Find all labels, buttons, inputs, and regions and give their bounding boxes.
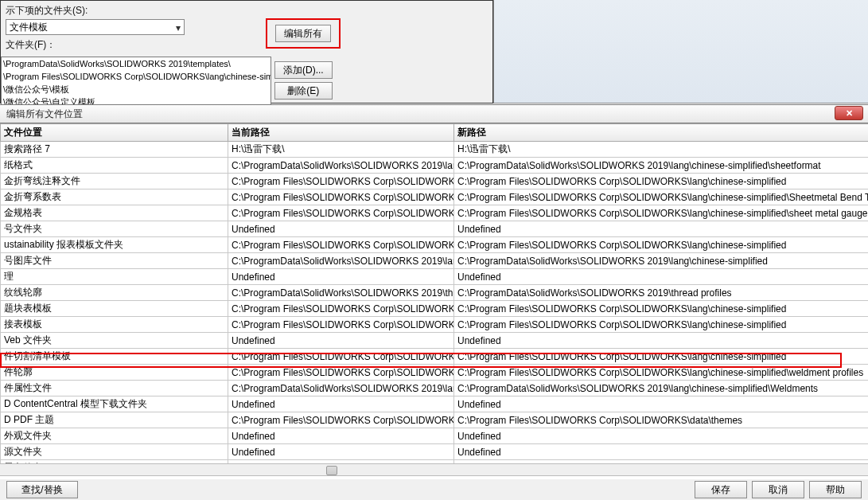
table-row[interactable]: 搜索路径 7H:\迅雷下载\H:\迅雷下载\ [1,142,869,158]
cell-file-location[interactable]: 纹线轮廓 [1,285,228,301]
dialog-title-text: 编辑所有文件位置 [6,107,83,121]
table-row[interactable]: 题块表模板C:\Program Files\SOLIDWORKS Corp\SO… [1,301,869,317]
folder-type-dropdown[interactable]: 文件模板 [6,19,185,35]
cell-file-location[interactable]: 金折弯线注释文件 [1,174,228,189]
cell-file-location[interactable]: 件属性文件 [1,381,228,396]
cell-new-path[interactable]: C:\Program Files\SOLIDWORKS Corp\SOLIDWO… [454,301,869,317]
cell-file-location[interactable]: D ContentCentral 模型下载文件夹 [1,396,228,412]
table-row[interactable]: 源文件夹UndefinedUndefined [1,444,869,460]
cell-new-path[interactable]: C:\Program Files\SOLIDWORKS Corp\SOLIDWO… [454,174,869,189]
cell-new-path[interactable]: Undefined [454,396,869,412]
table-row[interactable]: 件轮廓C:\Program Files\SOLIDWORKS Corp\SOLI… [1,365,869,381]
cell-file-location[interactable]: 号文件夹 [1,221,228,237]
cell-new-path[interactable]: C:\Program Files\SOLIDWORKS Corp\SOLIDWO… [454,365,869,381]
cell-new-path[interactable]: H:\迅雷下载\ [454,142,869,158]
cell-new-path[interactable]: C:\Program Files\SOLIDWORKS Corp\SOLIDWO… [454,317,869,333]
cell-new-path[interactable]: C:\ProgramData\SolidWorks\SOLIDWORKS 201… [454,285,869,301]
cell-current-path[interactable]: C:\Program Files\SOLIDWORKS Corp\SOLIDWO… [228,365,454,381]
cell-new-path[interactable]: Undefined [454,444,869,460]
cell-file-location[interactable]: D PDF 主题 [1,412,228,428]
table-row[interactable]: 件切割清单模板C:\Program Files\SOLIDWORKS Corp\… [1,349,869,365]
add-button[interactable]: 添加(D)... [274,61,333,79]
cell-current-path[interactable]: H:\迅雷下载\ [228,142,454,158]
cell-current-path[interactable]: Undefined [228,221,454,237]
cell-new-path[interactable]: Undefined [454,428,869,444]
table-row[interactable]: 件属性文件C:\ProgramData\SolidWorks\SOLIDWORK… [1,381,869,396]
table-row[interactable]: 号文件夹UndefinedUndefined [1,221,869,237]
cell-current-path[interactable]: Undefined [228,396,454,412]
cell-file-location[interactable]: 金规格表 [1,205,228,221]
cell-current-path[interactable]: C:\ProgramData\SolidWorks\SOLIDWORKS 201… [228,253,454,269]
cell-file-location[interactable]: 题块表模板 [1,301,228,317]
cell-new-path[interactable]: C:\Program Files\SOLIDWORKS Corp\SOLIDWO… [454,205,869,221]
cell-current-path[interactable]: C:\ProgramData\SolidWorks\SOLIDWORKS 201… [228,285,454,301]
cell-file-location[interactable]: 号图库文件 [1,253,228,269]
table-row[interactable]: 号图库文件C:\ProgramData\SolidWorks\SOLIDWORK… [1,253,869,269]
table-row[interactable]: D ContentCentral 模型下载文件夹UndefinedUndefin… [1,396,869,412]
cell-current-path[interactable]: C:\Program Files\SOLIDWORKS Corp\SOLIDWO… [228,189,454,205]
folder-path[interactable]: \ProgramData\SolidWorks\SOLIDWORKS 2019\… [3,57,269,70]
cell-file-location[interactable]: 接表模板 [1,317,228,333]
cell-file-location[interactable]: 理 [1,269,228,285]
cell-new-path[interactable]: C:\Program Files\SOLIDWORKS Corp\SOLIDWO… [454,237,869,253]
table-row[interactable]: 金规格表C:\Program Files\SOLIDWORKS Corp\SOL… [1,205,869,221]
cell-current-path[interactable]: C:\Program Files\SOLIDWORKS Corp\SOLIDWO… [228,317,454,333]
cell-current-path[interactable]: Undefined [228,333,454,349]
table-row[interactable]: 外观文件夹UndefinedUndefined [1,428,869,444]
close-icon[interactable]: ✕ [835,106,863,120]
table-row[interactable]: 金折弯线注释文件C:\Program Files\SOLIDWORKS Corp… [1,174,869,189]
cell-new-path[interactable]: Undefined [454,333,869,349]
cell-current-path[interactable]: C:\Program Files\SOLIDWORKS Corp\SOLIDWO… [228,349,454,365]
cell-new-path[interactable]: C:\ProgramData\SolidWorks\SOLIDWORKS 201… [454,381,869,396]
edit-all-button[interactable]: 编辑所有 [275,25,331,42]
table-row[interactable]: 纸格式C:\ProgramData\SolidWorks\SOLIDWORKS … [1,158,869,174]
cell-file-location[interactable]: 件轮廓 [1,365,228,381]
cell-new-path[interactable]: Undefined [454,269,869,285]
cell-new-path[interactable]: C:\Program Files\SOLIDWORKS Corp\SOLIDWO… [454,189,869,205]
cell-current-path[interactable]: C:\ProgramData\SolidWorks\SOLIDWORKS 201… [228,158,454,174]
cell-current-path[interactable]: Undefined [228,444,454,460]
cell-new-path[interactable]: Undefined [454,221,869,237]
table-row[interactable]: ustainability 报表模板文件夹C:\Program Files\SO… [1,237,869,253]
cell-new-path[interactable]: C:\Program Files\SOLIDWORKS Corp\SOLIDWO… [454,349,869,365]
folder-path[interactable]: \微信公众号\模板 [3,83,269,96]
col-header-location[interactable]: 文件位置 [1,124,228,142]
horizontal-scrollbar[interactable] [0,463,868,476]
cell-current-path[interactable]: C:\ProgramData\SolidWorks\SOLIDWORKS 201… [228,381,454,396]
cell-current-path[interactable]: Undefined [228,269,454,285]
cell-file-location[interactable]: 搜索路径 7 [1,142,228,158]
cell-file-location[interactable]: 金折弯系数表 [1,189,228,205]
cell-current-path[interactable]: C:\Program Files\SOLIDWORKS Corp\SOLIDWO… [228,412,454,428]
table-row[interactable]: 理UndefinedUndefined [1,269,869,285]
folder-list[interactable]: \ProgramData\SolidWorks\SOLIDWORKS 2019\… [1,57,271,106]
cell-file-location[interactable]: 外观文件夹 [1,428,228,444]
scrollbar-thumb[interactable] [326,466,337,475]
table-row[interactable]: 接表模板C:\Program Files\SOLIDWORKS Corp\SOL… [1,317,869,333]
cell-file-location[interactable]: Veb 文件夹 [1,333,228,349]
cell-current-path[interactable]: C:\Program Files\SOLIDWORKS Corp\SOLIDWO… [228,174,454,189]
cell-file-location[interactable]: 纸格式 [1,158,228,174]
show-folders-label: 示下项的文件夹(S): [6,4,488,18]
table-row[interactable]: 纹线轮廓C:\ProgramData\SolidWorks\SOLIDWORKS… [1,285,869,301]
col-header-current-path[interactable]: 当前路径 [228,124,454,142]
table-row[interactable]: 金折弯系数表C:\Program Files\SOLIDWORKS Corp\S… [1,189,869,205]
delete-button[interactable]: 删除(E) [274,82,333,100]
cell-file-location[interactable]: 件切割清单模板 [1,349,228,365]
cell-file-location[interactable]: ustainability 报表模板文件夹 [1,237,228,253]
help-button[interactable]: 帮助 [809,481,862,498]
cell-file-location[interactable]: 源文件夹 [1,444,228,460]
cell-current-path[interactable]: C:\Program Files\SOLIDWORKS Corp\SOLIDWO… [228,205,454,221]
table-row[interactable]: D PDF 主题C:\Program Files\SOLIDWORKS Corp… [1,412,869,428]
cell-current-path[interactable]: C:\Program Files\SOLIDWORKS Corp\SOLIDWO… [228,237,454,253]
folder-path[interactable]: \Program Files\SOLIDWORKS Corp\SOLIDWORK… [3,70,269,83]
cell-new-path[interactable]: C:\ProgramData\SolidWorks\SOLIDWORKS 201… [454,253,869,269]
cell-current-path[interactable]: Undefined [228,428,454,444]
cancel-button[interactable]: 取消 [752,481,804,498]
cell-current-path[interactable]: C:\Program Files\SOLIDWORKS Corp\SOLIDWO… [228,301,454,317]
find-replace-button[interactable]: 查找/替换 [6,481,78,498]
cell-new-path[interactable]: C:\ProgramData\SolidWorks\SOLIDWORKS 201… [454,158,869,174]
cell-new-path[interactable]: C:\Program Files\SOLIDWORKS Corp\SOLIDWO… [454,412,869,428]
col-header-new-path[interactable]: 新路径 [454,124,869,142]
table-row[interactable]: Veb 文件夹UndefinedUndefined [1,333,869,349]
save-button[interactable]: 保存 [695,481,747,498]
